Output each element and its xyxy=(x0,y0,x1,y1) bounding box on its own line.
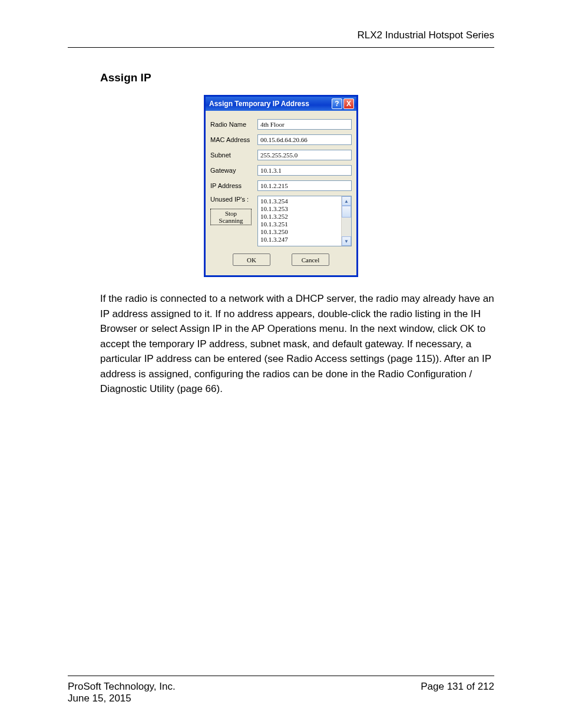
mac-address-label: MAC Address xyxy=(210,136,257,143)
list-item[interactable]: 10.1.3.253 xyxy=(260,205,351,213)
ip-address-label: IP Address xyxy=(210,182,257,189)
running-header: RLX2 Industrial Hotspot Series xyxy=(68,29,494,48)
dialog-body: Radio Name MAC Address Subnet Gateway IP… xyxy=(206,111,356,275)
list-item[interactable]: 10.1.3.250 xyxy=(260,228,351,236)
scroll-track[interactable] xyxy=(342,206,351,236)
unused-ips-listbox[interactable]: 10.1.3.254 10.1.3.253 10.1.3.252 10.1.3.… xyxy=(257,196,352,246)
dialog-title: Assign Temporary IP Address xyxy=(209,100,309,108)
subnet-input[interactable] xyxy=(257,150,352,160)
footer-company: ProSoft Technology, Inc. xyxy=(68,681,176,693)
cancel-button[interactable]: Cancel xyxy=(292,253,329,266)
listbox-scrollbar[interactable]: ▲ ▼ xyxy=(341,196,351,246)
ok-button[interactable]: OK xyxy=(233,253,270,266)
section-heading: Assign IP xyxy=(100,71,494,84)
list-item[interactable]: 10.1.3.251 xyxy=(260,220,351,228)
list-item[interactable]: 10.1.3.254 xyxy=(260,197,351,205)
footer-page-number: Page 131 of 212 xyxy=(421,681,494,704)
scroll-up-icon[interactable]: ▲ xyxy=(342,196,351,206)
footer-date: June 15, 2015 xyxy=(68,693,176,704)
body-paragraph: If the radio is connected to a network w… xyxy=(100,291,494,397)
unused-ips-label: Unused IP's : xyxy=(210,196,257,203)
mac-address-input[interactable] xyxy=(257,134,352,145)
scroll-thumb[interactable] xyxy=(342,206,351,218)
list-item[interactable]: 10.1.3.247 xyxy=(260,236,351,243)
close-icon[interactable]: X xyxy=(343,98,354,109)
gateway-input[interactable] xyxy=(257,165,352,176)
list-item[interactable]: 10.1.3.252 xyxy=(260,213,351,220)
radio-name-input[interactable] xyxy=(257,119,352,130)
help-icon[interactable]: ? xyxy=(332,98,342,109)
gateway-label: Gateway xyxy=(210,167,257,174)
page-footer: ProSoft Technology, Inc. June 15, 2015 P… xyxy=(68,676,494,704)
assign-ip-dialog: Assign Temporary IP Address ? X Radio Na… xyxy=(204,95,358,277)
scroll-down-icon[interactable]: ▼ xyxy=(342,236,351,246)
dialog-titlebar[interactable]: Assign Temporary IP Address ? X xyxy=(206,97,356,111)
subnet-label: Subnet xyxy=(210,151,257,159)
radio-name-label: Radio Name xyxy=(210,121,257,128)
stop-scanning-button[interactable]: Stop Scanning xyxy=(210,209,252,225)
ip-address-input[interactable] xyxy=(257,180,352,191)
document-page: RLX2 Industrial Hotspot Series Assign IP… xyxy=(0,0,562,728)
